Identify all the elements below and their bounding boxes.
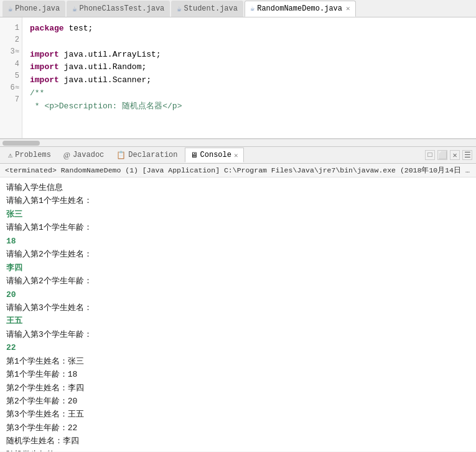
console-line: 第2个学生姓名：李四 <box>6 382 470 395</box>
console-tab-label: Console <box>200 151 231 159</box>
line-number: 2 <box>5 34 19 46</box>
problems-icon: ⚠ <box>8 151 12 160</box>
java-file-icon: ☕ <box>8 4 12 14</box>
tab-problems[interactable]: ⚠ Problems <box>2 148 57 162</box>
tab-label: PhoneClassTest.java <box>79 4 164 13</box>
console-line: 请输入第3个学生姓名： <box>6 301 470 314</box>
panel-menu-button[interactable]: ☰ <box>462 150 472 160</box>
console-line: 请输入第2个学生年龄： <box>6 275 470 288</box>
editor-tab-bar: ☕ Phone.java ☕ PhoneClassTest.java ☕ Stu… <box>0 0 476 17</box>
tab-console[interactable]: 🖥 Console ✕ <box>185 148 244 162</box>
line-number: 3≈ <box>5 46 19 58</box>
console-line: 18 <box>6 235 470 248</box>
maximize-button[interactable]: ⬜ <box>437 150 447 160</box>
console-line: 张三 <box>6 208 470 221</box>
line-number: 1 <box>5 22 19 34</box>
tab-close-button[interactable]: ✕ <box>346 4 350 12</box>
console-line: 22 <box>6 341 470 354</box>
declaration-tab-label: Declaration <box>128 151 177 159</box>
javadoc-icon: @ <box>63 151 70 160</box>
tab-javadoc[interactable]: @ Javadoc <box>58 148 110 162</box>
declaration-icon: 📋 <box>116 151 126 160</box>
code-editor: 1 2 3≈ 4 5 6≈ 7 package test; import jav… <box>0 17 476 139</box>
tab-label: RandomNameDemo.java <box>257 4 342 13</box>
console-close-icon[interactable]: ✕ <box>234 151 238 159</box>
tab-phoneclasstest-java[interactable]: ☕ PhoneClassTest.java <box>67 1 170 17</box>
console-line: 请输入第1个学生姓名： <box>6 194 470 207</box>
console-icon: 🖥 <box>190 151 198 160</box>
line-number: 5 <box>5 70 19 82</box>
terminated-status-bar: <terminated> RandomNameDemo (1) [Java Ap… <box>0 164 476 177</box>
console-line: 第1个学生姓名：张三 <box>6 355 470 368</box>
close-panel-button[interactable]: ✕ <box>450 150 460 160</box>
console-line: 请输入第2个学生姓名： <box>6 248 470 261</box>
console-line: 第1个学生年龄：18 <box>6 368 470 381</box>
tab-randomnamedemo-java[interactable]: ☕ RandomNameDemo.java ✕ <box>245 1 356 17</box>
line-numbers: 1 2 3≈ 4 5 6≈ 7 <box>0 17 22 138</box>
console-line: 第2个学生年龄：20 <box>6 395 470 408</box>
tab-label: Phone.java <box>15 4 60 13</box>
java-file-icon: ☕ <box>250 4 254 13</box>
problems-tab-label: Problems <box>15 151 51 159</box>
tab-student-java[interactable]: ☕ Student.java <box>171 1 243 17</box>
console-line: 20 <box>6 288 470 301</box>
javadoc-tab-label: Javadoc <box>73 151 104 159</box>
console-line: 请输入第1个学生年龄： <box>6 221 470 234</box>
scroll-handle[interactable] <box>2 141 40 146</box>
console-line: 随机学生年龄：20 <box>6 448 470 451</box>
java-file-icon: ☕ <box>177 4 181 14</box>
tab-label: Student.java <box>184 4 238 13</box>
java-file-icon: ☕ <box>72 4 77 14</box>
console-line: 随机学生姓名：李四 <box>6 435 470 448</box>
tab-phone-java[interactable]: ☕ Phone.java <box>2 1 65 17</box>
console-line: 李四 <box>6 261 470 275</box>
minimize-button[interactable]: □ <box>425 150 435 160</box>
panel-tab-bar: ⚠ Problems @ Javadoc 📋 Declaration 🖥 Con… <box>0 146 476 164</box>
console-line: 王五 <box>6 314 470 327</box>
line-number: 6≈ <box>5 82 19 94</box>
panel-controls: □ ⬜ ✕ ☰ <box>425 150 476 160</box>
console-output[interactable]: 请输入学生信息 请输入第1个学生姓名： 张三 请输入第1个学生年龄： 18 请输… <box>0 177 476 451</box>
console-line: 第3个学生年龄：22 <box>6 421 470 435</box>
console-line: 请输入学生信息 <box>6 181 470 194</box>
horizontal-scrollbar[interactable] <box>0 139 476 146</box>
code-text-area[interactable]: package test; import java.util.ArrayList… <box>22 17 476 138</box>
console-line: 第3个学生姓名：王五 <box>6 408 470 421</box>
line-number: 4 <box>5 59 19 70</box>
bottom-panel: ⚠ Problems @ Javadoc 📋 Declaration 🖥 Con… <box>0 146 476 451</box>
console-line: 请输入第3个学生年龄： <box>6 328 470 341</box>
tab-declaration[interactable]: 📋 Declaration <box>111 148 183 162</box>
line-number: 7 <box>5 94 19 106</box>
